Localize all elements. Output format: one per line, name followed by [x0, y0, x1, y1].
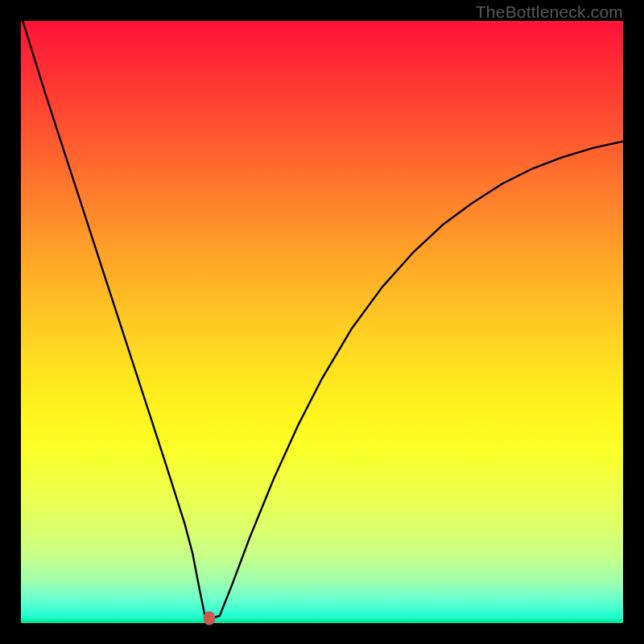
plot-background-gradient	[21, 21, 623, 623]
watermark-text: TheBottleneck.com	[476, 2, 623, 22]
chart-frame: TheBottleneck.com	[0, 0, 644, 644]
optimal-point-marker	[204, 612, 216, 625]
